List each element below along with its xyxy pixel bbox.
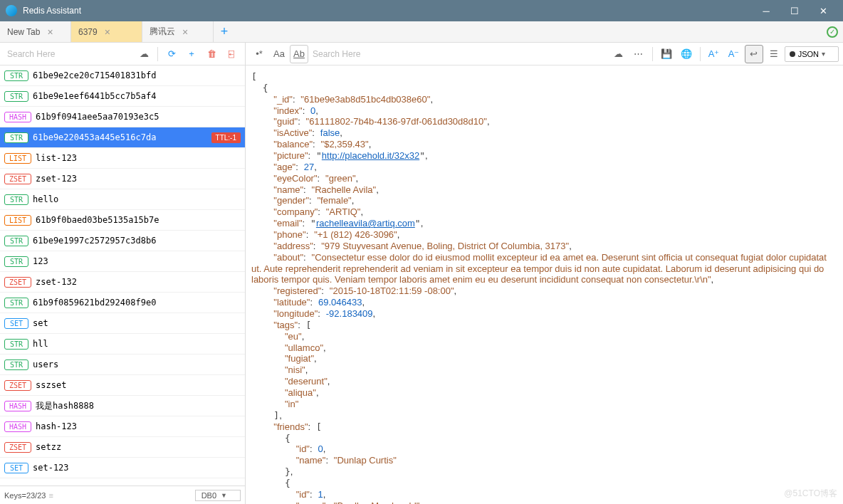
key-type-badge: STR: [4, 91, 28, 102]
key-name: 61b9f0baed03be5135a15b7e: [36, 215, 241, 225]
key-row[interactable]: HASH我是hash8888: [0, 396, 245, 416]
key-row[interactable]: STRusers: [0, 355, 245, 375]
content-toolbar: •* Aa Ab ☁ ⋯ 💾 🌐 A⁺ A⁻ ↩ ☰ JSON▾: [246, 43, 843, 65]
tab-new-tab[interactable]: New Tab×: [0, 21, 71, 42]
key-name: zset-132: [36, 277, 241, 287]
sidebar: ☁ ⟳ + 🗑 ⍇ STR61be9e2ce20c715401831bfdSTR…: [0, 43, 246, 504]
key-name: users: [33, 359, 241, 369]
key-name: sszset: [36, 380, 241, 390]
key-name: 我是hash8888: [36, 400, 241, 412]
save-button[interactable]: 💾: [657, 45, 676, 63]
close-window-button[interactable]: ✕: [809, 0, 837, 21]
key-list[interactable]: STR61be9e2ce20c715401831bfdSTR61be9e1eef…: [0, 65, 245, 485]
tab-6379[interactable]: 6379×: [71, 21, 142, 42]
key-type-badge: ZSET: [4, 380, 31, 391]
key-type-badge: STR: [4, 132, 28, 143]
key-name: 61be9e2ce20c715401831bfd: [33, 70, 241, 80]
key-name: zset-123: [36, 174, 241, 184]
key-row[interactable]: STRhello: [0, 189, 245, 210]
key-type-badge: HASH: [4, 401, 31, 411]
key-row[interactable]: HASH61b9f0941aee5aa70193e3c5: [0, 107, 245, 127]
export-button[interactable]: ⍇: [222, 45, 241, 63]
key-type-badge: ZSET: [4, 442, 31, 453]
key-type-badge: STR: [4, 194, 28, 205]
key-row[interactable]: ZSETzset-132: [0, 272, 245, 293]
tabbar: New Tab×6379×腾讯云× + ✓: [0, 21, 843, 43]
key-type-badge: STR: [4, 298, 28, 308]
key-row[interactable]: STR61be9e1997c2572957c3d8b6: [0, 231, 245, 251]
key-name: 61b9f0941aee5aa70193e3c5: [36, 112, 241, 122]
key-name: 61b9f0859621bd292408f9e0: [33, 298, 241, 308]
key-row[interactable]: STR61be9e220453a445e516c7daTTL:-1: [0, 127, 245, 148]
key-name: hash-123: [36, 421, 241, 431]
translate-icon[interactable]: 🌐: [677, 45, 696, 63]
key-name: set-123: [33, 463, 241, 473]
maximize-button[interactable]: ☐: [780, 0, 809, 21]
refresh-button[interactable]: ⟳: [162, 45, 181, 63]
sidebar-statusbar: Keys=23/23 ≡ DB0▼: [0, 485, 245, 504]
key-name: setzz: [36, 442, 241, 452]
new-tab-button[interactable]: +: [214, 21, 235, 42]
key-name: 123: [33, 256, 241, 266]
filter-icon[interactable]: ≡: [48, 491, 53, 500]
key-name: list-123: [36, 153, 241, 163]
key-row[interactable]: SETset: [0, 313, 245, 334]
key-name: 61be9e1997c2572957c3d8b6: [33, 236, 241, 246]
key-row[interactable]: LIST61b9f0baed03be5135a15b7e: [0, 210, 245, 231]
more-icon[interactable]: ⋯: [629, 45, 648, 63]
format-select[interactable]: JSON▾: [785, 46, 839, 62]
connection-status-icon: ✓: [822, 21, 843, 42]
key-row[interactable]: ZSETsetzz: [0, 437, 245, 458]
ttl-badge: TTL:-1: [211, 132, 241, 143]
case-aa-icon[interactable]: Aa: [270, 45, 288, 63]
key-row[interactable]: STR61be9e2ce20c715401831bfd: [0, 65, 245, 86]
delete-key-button[interactable]: 🗑: [202, 45, 221, 63]
key-row[interactable]: STR61be9e1eef6441b5cc7b5af4: [0, 86, 245, 107]
key-type-badge: STR: [4, 339, 28, 350]
content-pane: •* Aa Ab ☁ ⋯ 💾 🌐 A⁺ A⁻ ↩ ☰ JSON▾ [ { "_i…: [246, 43, 843, 504]
key-row[interactable]: SETset-123: [0, 458, 245, 478]
app-logo-icon: [6, 5, 17, 16]
key-type-badge: ZSET: [4, 174, 31, 184]
tab-close-icon[interactable]: ×: [105, 26, 110, 38]
json-viewer[interactable]: [ { "_id": "61be9e3ab8d51bc4db038e60", "…: [246, 65, 843, 504]
key-name: hello: [33, 194, 241, 204]
tab-腾讯云[interactable]: 腾讯云×: [142, 21, 214, 42]
app-title: Redis Assistant: [23, 6, 81, 16]
minimize-button[interactable]: ─: [752, 0, 780, 21]
key-type-badge: STR: [4, 359, 28, 370]
key-row[interactable]: HASHhash-123: [0, 416, 245, 437]
tab-close-icon[interactable]: ×: [182, 26, 188, 38]
add-key-button[interactable]: +: [182, 45, 201, 63]
tab-label: 6379: [78, 27, 98, 37]
key-row[interactable]: STRhll: [0, 334, 245, 355]
key-row[interactable]: ZSETzset-123: [0, 169, 245, 189]
font-decrease-icon[interactable]: A⁻: [725, 45, 743, 63]
tab-label: New Tab: [7, 27, 40, 37]
key-name: set: [33, 318, 241, 328]
content-search-input[interactable]: [310, 46, 608, 62]
key-row[interactable]: LISTlist-123: [0, 148, 245, 169]
key-row[interactable]: ZSETsszset: [0, 375, 245, 396]
bullet-icon[interactable]: •*: [250, 45, 268, 63]
cloud-sync-icon[interactable]: ☁: [135, 45, 153, 63]
key-type-badge: SET: [4, 318, 28, 329]
key-type-badge: STR: [4, 236, 28, 246]
list-icon[interactable]: ☰: [765, 45, 783, 63]
case-ab-icon[interactable]: Ab: [290, 45, 308, 63]
key-type-badge: STR: [4, 256, 28, 267]
sidebar-search-input[interactable]: [4, 46, 133, 62]
cloud-upload-icon[interactable]: ☁: [609, 45, 628, 63]
key-type-badge: ZSET: [4, 277, 31, 288]
key-type-badge: LIST: [4, 153, 31, 164]
database-select[interactable]: DB0▼: [195, 490, 241, 501]
tab-close-icon[interactable]: ×: [47, 26, 53, 38]
font-increase-icon[interactable]: A⁺: [705, 45, 723, 63]
key-type-badge: HASH: [4, 112, 31, 122]
key-type-badge: LIST: [4, 215, 31, 226]
key-name: 61be9e1eef6441b5cc7b5af4: [33, 91, 241, 101]
wrap-toggle-icon[interactable]: ↩: [745, 45, 763, 63]
key-row[interactable]: STR61b9f0859621bd292408f9e0: [0, 293, 245, 313]
key-row[interactable]: STR123: [0, 251, 245, 272]
titlebar: Redis Assistant ─ ☐ ✕: [0, 0, 843, 21]
